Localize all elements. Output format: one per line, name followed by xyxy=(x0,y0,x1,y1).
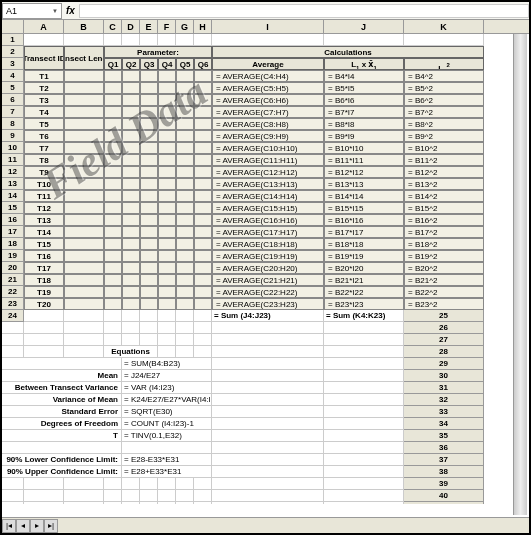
cell[interactable] xyxy=(212,454,324,466)
cell[interactable] xyxy=(212,406,324,418)
cell[interactable] xyxy=(24,334,64,346)
lx-formula[interactable]: = B19*I19 xyxy=(324,250,404,262)
q-cell[interactable] xyxy=(158,166,176,178)
q-cell[interactable] xyxy=(176,178,194,190)
transect-id[interactable]: T13 xyxy=(24,214,64,226)
q-cell[interactable] xyxy=(176,250,194,262)
cell[interactable] xyxy=(324,334,404,346)
row-head-15[interactable]: 15 xyxy=(2,202,24,214)
transect-id[interactable]: T17 xyxy=(24,262,64,274)
q-cell[interactable] xyxy=(194,178,212,190)
q-cell[interactable] xyxy=(104,202,122,214)
col-head-d[interactable]: D xyxy=(122,20,140,33)
q-cell[interactable] xyxy=(104,106,122,118)
cell[interactable] xyxy=(212,334,324,346)
eq-formula[interactable] xyxy=(122,442,212,454)
transect-length[interactable] xyxy=(64,238,104,250)
q-cell[interactable] xyxy=(158,250,176,262)
row-head-36[interactable]: 36 xyxy=(404,442,484,454)
q-cell[interactable] xyxy=(176,94,194,106)
cell[interactable] xyxy=(140,334,158,346)
q-cell[interactable] xyxy=(194,130,212,142)
col-head-i[interactable]: I xyxy=(212,20,324,33)
q-cell[interactable] xyxy=(158,118,176,130)
cell[interactable] xyxy=(24,34,64,46)
col-head-j[interactable]: J xyxy=(324,20,404,33)
q-cell[interactable] xyxy=(176,298,194,310)
row-head-22[interactable]: 22 xyxy=(2,286,24,298)
q-cell[interactable] xyxy=(140,82,158,94)
row-head-1[interactable]: 1 xyxy=(2,34,24,46)
lx-formula[interactable]: = B8*I8 xyxy=(324,118,404,130)
l2-formula[interactable]: = B7^2 xyxy=(404,106,484,118)
q-cell[interactable] xyxy=(104,226,122,238)
q-cell[interactable] xyxy=(158,298,176,310)
cell[interactable] xyxy=(212,430,324,442)
cell[interactable] xyxy=(324,358,404,370)
q-cell[interactable] xyxy=(158,262,176,274)
cell[interactable] xyxy=(2,322,24,334)
cell[interactable] xyxy=(176,34,194,46)
cell[interactable] xyxy=(104,322,122,334)
lx-formula[interactable]: = B20*I20 xyxy=(324,262,404,274)
cell[interactable] xyxy=(194,502,212,504)
q-cell[interactable] xyxy=(194,286,212,298)
lx-formula[interactable]: = B9*I9 xyxy=(324,130,404,142)
q-cell[interactable] xyxy=(176,286,194,298)
row-head-5[interactable]: 5 xyxy=(2,82,24,94)
l2-formula[interactable]: = B6^2 xyxy=(404,94,484,106)
transect-length[interactable] xyxy=(64,226,104,238)
transect-length[interactable] xyxy=(64,298,104,310)
q-cell[interactable] xyxy=(194,262,212,274)
transect-length[interactable] xyxy=(64,82,104,94)
row-head-2[interactable]: 2 xyxy=(2,46,24,58)
cell[interactable] xyxy=(24,502,64,504)
l2-formula[interactable]: = B20^2 xyxy=(404,262,484,274)
cell[interactable] xyxy=(324,430,404,442)
transect-length[interactable] xyxy=(64,130,104,142)
avg-formula[interactable]: = AVERAGE(C14:H14) xyxy=(212,190,324,202)
l2-formula[interactable]: = B14^2 xyxy=(404,190,484,202)
row-head-33[interactable]: 33 xyxy=(404,406,484,418)
row-head-39[interactable]: 39 xyxy=(404,478,484,490)
cell[interactable] xyxy=(140,478,158,490)
cell[interactable] xyxy=(2,502,24,504)
lx-formula[interactable]: = B22*I22 xyxy=(324,286,404,298)
col-head-f[interactable]: F xyxy=(158,20,176,33)
eq-formula[interactable]: = K24/E27/E27*VAR(I4:I23) xyxy=(122,394,212,406)
transect-length[interactable] xyxy=(64,154,104,166)
eq-formula[interactable]: = COUNT (I4:I23)-1 xyxy=(122,418,212,430)
q-cell[interactable] xyxy=(104,286,122,298)
cell[interactable] xyxy=(64,478,104,490)
sum-k[interactable]: = Sum (K4:K23) xyxy=(324,310,404,322)
cell[interactable] xyxy=(140,310,158,322)
transect-length[interactable] xyxy=(64,202,104,214)
q-cell[interactable] xyxy=(140,190,158,202)
cell[interactable] xyxy=(64,322,104,334)
transect-length[interactable] xyxy=(64,274,104,286)
cell[interactable] xyxy=(212,34,324,46)
q-cell[interactable] xyxy=(176,70,194,82)
q-cell[interactable] xyxy=(194,202,212,214)
q-cell[interactable] xyxy=(158,154,176,166)
row-head-3[interactable]: 3 xyxy=(2,58,24,70)
lx-formula[interactable]: = B13*I13 xyxy=(324,178,404,190)
row-head-32[interactable]: 32 xyxy=(404,394,484,406)
row-head-18[interactable]: 18 xyxy=(2,238,24,250)
transect-length[interactable] xyxy=(64,286,104,298)
q-cell[interactable] xyxy=(140,262,158,274)
row-head-19[interactable]: 19 xyxy=(2,250,24,262)
q-cell[interactable] xyxy=(158,142,176,154)
q-cell[interactable] xyxy=(176,274,194,286)
cell[interactable] xyxy=(212,394,324,406)
col-head-h[interactable]: H xyxy=(194,20,212,33)
lx-formula[interactable]: = B4*I4 xyxy=(324,70,404,82)
q-cell[interactable] xyxy=(122,70,140,82)
q-cell[interactable] xyxy=(194,250,212,262)
cell[interactable] xyxy=(104,334,122,346)
lx-formula[interactable]: = B16*I16 xyxy=(324,214,404,226)
lx-formula[interactable]: = B11*I11 xyxy=(324,154,404,166)
q-cell[interactable] xyxy=(104,298,122,310)
formula-input[interactable] xyxy=(79,4,529,18)
cell[interactable] xyxy=(194,478,212,490)
